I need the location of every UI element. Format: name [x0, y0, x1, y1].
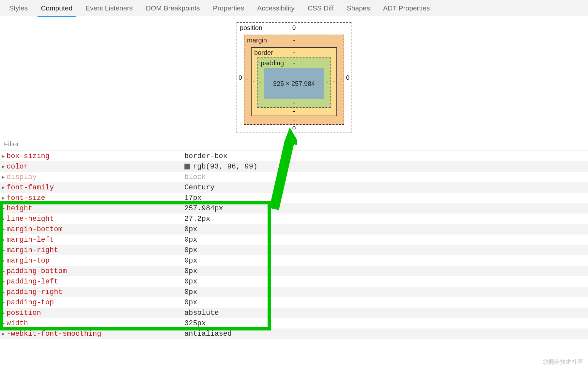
property-name: position — [7, 309, 184, 317]
disclosure-triangle-icon[interactable]: ▶ — [0, 174, 7, 180]
color-swatch[interactable] — [184, 164, 190, 169]
property-value: 27.2px — [184, 215, 210, 223]
property-value: absolute — [184, 309, 219, 317]
property-row-padding-right[interactable]: ▶padding-right0px — [0, 287, 588, 297]
disclosure-triangle-icon[interactable]: ▶ — [0, 205, 7, 212]
property-row-position[interactable]: ▶positionabsolute — [0, 308, 588, 318]
watermark: @掘金技术社区 — [542, 358, 583, 366]
tab-properties[interactable]: Properties — [207, 0, 251, 16]
property-row-margin-bottom[interactable]: ▶margin-bottom0px — [0, 224, 588, 234]
bm-position-top: 0 — [292, 24, 296, 31]
disclosure-triangle-icon[interactable]: ▶ — [0, 268, 7, 274]
property-value: 0px — [184, 288, 197, 296]
box-model-padding: padding - - - - 325 × 257.984 — [257, 57, 331, 108]
computed-properties-list: ▶box-sizingborder-box▶colorrgb(93, 96, 9… — [0, 151, 588, 339]
disclosure-triangle-icon[interactable]: ▶ — [0, 331, 7, 337]
property-name: display — [7, 173, 184, 181]
property-row-width[interactable]: ▶width325px — [0, 318, 588, 329]
property-name: margin-left — [7, 236, 184, 244]
disclosure-triangle-icon[interactable]: ▶ — [0, 195, 7, 201]
disclosure-triangle-icon[interactable]: ▶ — [0, 216, 7, 222]
property-name: -webkit-font-smoothing — [7, 330, 184, 338]
property-value: Century — [184, 184, 214, 192]
property-row-font-family[interactable]: ▶font-familyCentury — [0, 182, 588, 193]
disclosure-triangle-icon[interactable]: ▶ — [0, 310, 7, 316]
tab-adt-properties[interactable]: ADT Properties — [377, 0, 436, 16]
property-value: antialiased — [184, 330, 232, 338]
bm-position-left: 0 — [239, 74, 242, 81]
property-value: 0px — [184, 257, 197, 265]
bm-border-label: border — [254, 49, 273, 56]
property-value: 0px — [184, 225, 197, 233]
filter-input[interactable] — [3, 140, 134, 148]
bm-margin-label: margin — [247, 37, 267, 44]
disclosure-triangle-icon[interactable]: ▶ — [0, 289, 7, 295]
disclosure-triangle-icon[interactable]: ▶ — [0, 153, 7, 159]
tab-computed[interactable]: Computed — [34, 0, 79, 16]
property-row-line-height[interactable]: ▶line-height27.2px — [0, 214, 588, 224]
property-value: 0px — [184, 267, 197, 275]
property-name: margin-top — [7, 257, 184, 265]
tab-css-diff[interactable]: CSS Diff — [301, 0, 340, 16]
disclosure-triangle-icon[interactable]: ▶ — [0, 247, 7, 253]
property-value: 0px — [184, 236, 197, 244]
box-model-margin: margin - - - - border - - - - padding - … — [244, 35, 344, 125]
property-row-font-size[interactable]: ▶font-size17px — [0, 193, 588, 203]
box-model-diagram: position 0 0 0 0 margin - - - - border -… — [0, 16, 588, 137]
disclosure-triangle-icon[interactable]: ▶ — [0, 164, 7, 170]
disclosure-triangle-icon[interactable]: ▶ — [0, 279, 7, 285]
property-name: color — [7, 163, 184, 171]
property-value: border-box — [184, 152, 227, 160]
devtools-tabs: StylesComputedEvent ListenersDOM Breakpo… — [0, 0, 588, 16]
tab-shapes[interactable]: Shapes — [340, 0, 377, 16]
tab-event-listeners[interactable]: Event Listeners — [79, 0, 139, 16]
property-value: 0px — [184, 298, 197, 307]
property-name: line-height — [7, 215, 184, 223]
property-row-padding-left[interactable]: ▶padding-left0px — [0, 276, 588, 287]
disclosure-triangle-icon[interactable]: ▶ — [0, 184, 7, 191]
property-value: block — [184, 173, 206, 181]
tab-styles[interactable]: Styles — [3, 0, 34, 16]
property-name: box-sizing — [7, 152, 184, 160]
tab-dom-breakpoints[interactable]: DOM Breakpoints — [139, 0, 207, 16]
property-value: rgb(93, 96, 99) — [184, 163, 257, 171]
property-name: padding-top — [7, 298, 184, 307]
property-value: 17px — [184, 194, 202, 202]
property-value: 257.984px — [184, 204, 223, 213]
box-model-border: border - - - - padding - - - - 325 × 257… — [251, 47, 337, 116]
bm-position-bottom: 0 — [292, 125, 296, 132]
filter-bar — [0, 137, 588, 151]
property-row-padding-bottom[interactable]: ▶padding-bottom0px — [0, 266, 588, 276]
property-row--webkit-font-smoothing[interactable]: ▶-webkit-font-smoothingantialiased — [0, 329, 588, 339]
property-name: padding-right — [7, 288, 184, 296]
disclosure-triangle-icon[interactable]: ▶ — [0, 299, 7, 306]
disclosure-triangle-icon[interactable]: ▶ — [0, 320, 7, 327]
bm-position-right: 0 — [346, 74, 349, 81]
box-model-content: 325 × 257.984 — [264, 68, 324, 99]
property-name: margin-bottom — [7, 225, 184, 233]
property-row-margin-top[interactable]: ▶margin-top0px — [0, 255, 588, 266]
disclosure-triangle-icon[interactable]: ▶ — [0, 237, 7, 243]
property-name: padding-bottom — [7, 267, 184, 275]
disclosure-triangle-icon[interactable]: ▶ — [0, 258, 7, 264]
property-value: 325px — [184, 319, 206, 328]
disclosure-triangle-icon[interactable]: ▶ — [0, 226, 7, 233]
bm-padding-label: padding — [261, 59, 284, 67]
property-row-margin-right[interactable]: ▶margin-right0px — [0, 245, 588, 255]
property-name: font-size — [7, 194, 184, 202]
property-row-box-sizing[interactable]: ▶box-sizingborder-box — [0, 151, 588, 161]
property-name: height — [7, 204, 184, 213]
property-row-margin-left[interactable]: ▶margin-left0px — [0, 234, 588, 245]
property-name: width — [7, 319, 184, 328]
property-value: 0px — [184, 278, 197, 286]
tab-accessibility[interactable]: Accessibility — [251, 0, 301, 16]
bm-position-label: position — [240, 24, 262, 32]
property-row-display[interactable]: ▶displayblock — [0, 172, 588, 182]
box-model-position: position 0 0 0 0 margin - - - - border -… — [237, 22, 351, 133]
property-value: 0px — [184, 246, 197, 254]
property-name: padding-left — [7, 278, 184, 286]
property-row-height[interactable]: ▶height257.984px — [0, 203, 588, 214]
property-row-padding-top[interactable]: ▶padding-top0px — [0, 297, 588, 308]
property-name: margin-right — [7, 246, 184, 254]
property-row-color[interactable]: ▶colorrgb(93, 96, 99) — [0, 161, 588, 172]
